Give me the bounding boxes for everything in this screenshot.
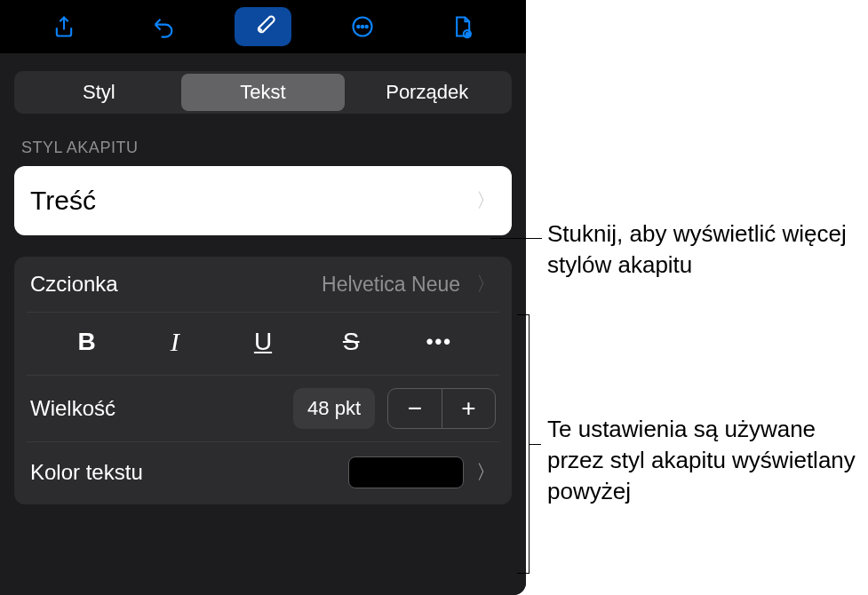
callout-line-1 [490, 238, 542, 239]
size-value[interactable]: 48 pkt [293, 388, 375, 429]
format-button[interactable] [235, 7, 291, 46]
share-button[interactable] [36, 7, 92, 46]
document-button[interactable] [434, 7, 490, 46]
more-icon [350, 14, 375, 39]
size-label: Wielkość [30, 396, 281, 421]
top-toolbar [0, 0, 526, 53]
callout-connector-2 [529, 444, 541, 445]
font-value: Helvetica Neue [322, 273, 460, 297]
paragraph-style-row[interactable]: Treść 〉 [14, 166, 512, 235]
text-color-swatch[interactable] [348, 456, 464, 488]
callout-bracket-top [517, 314, 530, 315]
font-label: Czcionka [30, 272, 311, 297]
underline-button[interactable]: U [219, 322, 307, 361]
undo-icon [151, 14, 176, 39]
text-format-row: B I U S ••• [27, 312, 499, 375]
tab-segmented-control: Styl Tekst Porządek [14, 71, 512, 114]
size-increase-button[interactable]: + [442, 389, 495, 428]
strikethrough-button[interactable]: S [307, 322, 395, 361]
chevron-right-icon: 〉 [476, 187, 496, 214]
paragraph-style-value: Treść [30, 186, 96, 216]
callout-bracket-bottom [517, 573, 530, 574]
format-panel: Styl Tekst Porządek STYL AKAPITU Treść 〉… [0, 0, 526, 595]
svg-point-5 [466, 33, 468, 35]
size-decrease-button[interactable]: − [388, 389, 442, 428]
italic-button[interactable]: I [131, 321, 219, 362]
size-row: Wielkość 48 pkt − + [27, 375, 499, 441]
chevron-right-icon: 〉 [476, 459, 496, 486]
callout-text-1: Stuknij, aby wyświetlić więcej stylów ak… [547, 218, 849, 281]
svg-point-2 [362, 26, 363, 28]
tab-arrange[interactable]: Porządek [345, 74, 509, 111]
more-format-button[interactable]: ••• [395, 325, 483, 359]
undo-button[interactable] [135, 7, 192, 46]
tab-text[interactable]: Tekst [181, 74, 346, 111]
paragraph-style-section-label: STYL AKAPITU [21, 139, 505, 157]
size-stepper: − + [387, 388, 496, 429]
tab-style[interactable]: Styl [17, 74, 181, 111]
share-icon [52, 14, 76, 39]
font-row[interactable]: Czcionka Helvetica Neue 〉 [14, 257, 512, 312]
chevron-right-icon: 〉 [476, 271, 496, 298]
text-color-label: Kolor tekstu [30, 460, 336, 485]
svg-point-3 [366, 26, 368, 28]
text-color-row[interactable]: Kolor tekstu 〉 [27, 441, 499, 504]
bold-button[interactable]: B [43, 322, 131, 361]
brush-icon [251, 14, 275, 39]
svg-point-1 [357, 26, 359, 28]
panel-content: Styl Tekst Porządek STYL AKAPITU Treść 〉… [0, 53, 526, 595]
document-icon [450, 14, 474, 39]
font-settings-group: Czcionka Helvetica Neue 〉 B I U S ••• Wi… [14, 257, 512, 504]
callout-text-2: Te ustawienia są używane przez styl akap… [547, 414, 863, 507]
more-button[interactable] [334, 7, 391, 46]
